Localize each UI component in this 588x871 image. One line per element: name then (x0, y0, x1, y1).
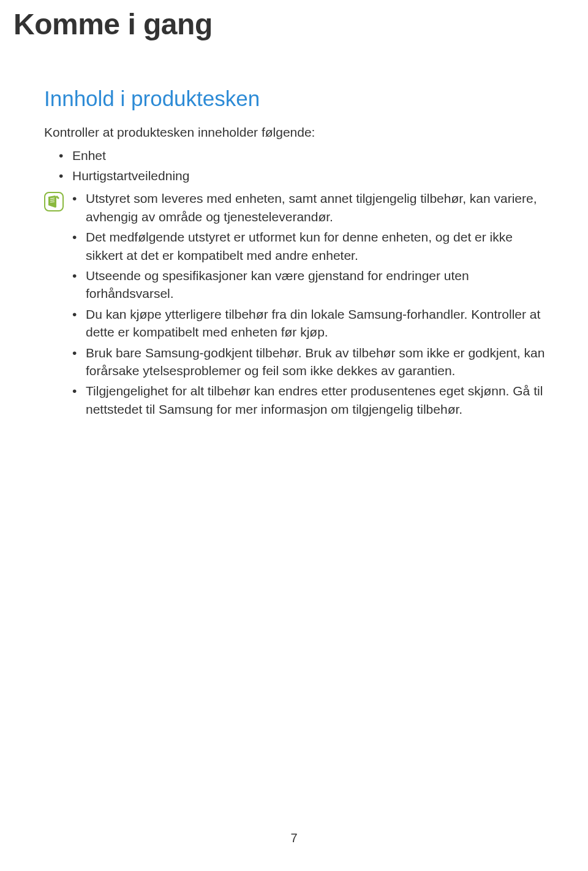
page-title: Komme i gang (0, 0, 588, 41)
note-list: Utstyret som leveres med enheten, samt a… (72, 189, 548, 420)
list-item: Hurtigstartveiledning (59, 166, 588, 186)
list-item: Bruk bare Samsung-godkjent tilbehør. Bru… (72, 344, 548, 380)
note-icon (44, 192, 64, 214)
list-item: Utseende og spesifikasjoner kan være gje… (72, 267, 548, 303)
list-item: Tilgjengelighet for alt tilbehør kan end… (72, 382, 548, 418)
intro-text: Kontroller at produktesken inneholder fø… (0, 111, 588, 141)
section-title: Innhold i produktesken (0, 41, 588, 111)
contents-list: Enhet Hurtigstartveiledning (0, 141, 588, 186)
list-item: Det medfølgende utstyret er utformet kun… (72, 228, 548, 264)
list-item: Du kan kjøpe ytterligere tilbehør fra di… (72, 305, 548, 341)
note-block: Utstyret som leveres med enheten, samt a… (0, 186, 588, 420)
list-item: Utstyret som leveres med enheten, samt a… (72, 189, 548, 226)
page-number: 7 (0, 831, 588, 845)
list-item: Enhet (59, 146, 588, 166)
document-page: Komme i gang Innhold i produktesken Kont… (0, 0, 588, 871)
